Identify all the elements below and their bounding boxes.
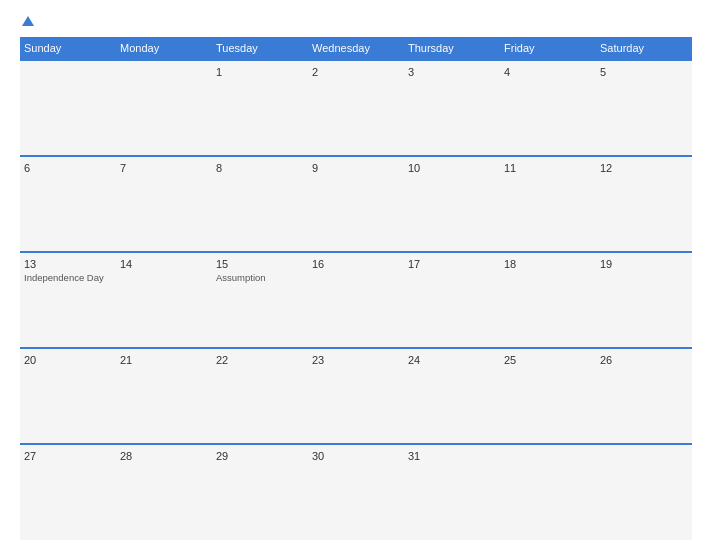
calendar-cell xyxy=(20,60,116,156)
day-number: 20 xyxy=(24,354,112,366)
weekday-header-row: SundayMondayTuesdayWednesdayThursdayFrid… xyxy=(20,37,692,60)
calendar-cell: 16 xyxy=(308,252,404,348)
calendar-cell: 20 xyxy=(20,348,116,444)
calendar-cell xyxy=(116,60,212,156)
day-number: 11 xyxy=(504,162,592,174)
calendar-cell: 5 xyxy=(596,60,692,156)
day-number: 4 xyxy=(504,66,592,78)
weekday-header-sunday: Sunday xyxy=(20,37,116,60)
weekday-header-thursday: Thursday xyxy=(404,37,500,60)
calendar-cell: 24 xyxy=(404,348,500,444)
calendar-cell: 3 xyxy=(404,60,500,156)
calendar-cell: 6 xyxy=(20,156,116,252)
day-number: 30 xyxy=(312,450,400,462)
day-number: 16 xyxy=(312,258,400,270)
calendar-cell: 27 xyxy=(20,444,116,540)
weekday-header-wednesday: Wednesday xyxy=(308,37,404,60)
calendar-cell: 21 xyxy=(116,348,212,444)
calendar-cell: 22 xyxy=(212,348,308,444)
calendar-cell: 28 xyxy=(116,444,212,540)
day-number: 27 xyxy=(24,450,112,462)
logo xyxy=(20,16,34,27)
day-number: 18 xyxy=(504,258,592,270)
calendar-cell: 7 xyxy=(116,156,212,252)
day-number: 21 xyxy=(120,354,208,366)
weekday-header-monday: Monday xyxy=(116,37,212,60)
day-number: 1 xyxy=(216,66,304,78)
day-number: 23 xyxy=(312,354,400,366)
calendar-cell: 29 xyxy=(212,444,308,540)
day-number: 12 xyxy=(600,162,688,174)
calendar-cell: 9 xyxy=(308,156,404,252)
holiday-label: Independence Day xyxy=(24,272,112,283)
weekday-header-tuesday: Tuesday xyxy=(212,37,308,60)
calendar-cell: 18 xyxy=(500,252,596,348)
weekday-header-saturday: Saturday xyxy=(596,37,692,60)
calendar-page: SundayMondayTuesdayWednesdayThursdayFrid… xyxy=(0,0,712,550)
day-number: 5 xyxy=(600,66,688,78)
weekday-header-friday: Friday xyxy=(500,37,596,60)
day-number: 15 xyxy=(216,258,304,270)
calendar-cell: 12 xyxy=(596,156,692,252)
day-number: 8 xyxy=(216,162,304,174)
calendar-cell: 30 xyxy=(308,444,404,540)
calendar-cell: 13Independence Day xyxy=(20,252,116,348)
calendar-cell: 10 xyxy=(404,156,500,252)
calendar-week-row: 6789101112 xyxy=(20,156,692,252)
day-number: 25 xyxy=(504,354,592,366)
day-number: 29 xyxy=(216,450,304,462)
day-number: 2 xyxy=(312,66,400,78)
calendar-week-row: 20212223242526 xyxy=(20,348,692,444)
day-number: 19 xyxy=(600,258,688,270)
calendar-cell xyxy=(596,444,692,540)
day-number: 13 xyxy=(24,258,112,270)
day-number: 6 xyxy=(24,162,112,174)
day-number: 10 xyxy=(408,162,496,174)
calendar-cell: 26 xyxy=(596,348,692,444)
day-number: 31 xyxy=(408,450,496,462)
day-number: 28 xyxy=(120,450,208,462)
logo-blue-text xyxy=(20,16,34,27)
calendar-header xyxy=(20,16,692,27)
calendar-cell: 8 xyxy=(212,156,308,252)
calendar-cell: 4 xyxy=(500,60,596,156)
calendar-cell: 14 xyxy=(116,252,212,348)
day-number: 17 xyxy=(408,258,496,270)
calendar-week-row: 12345 xyxy=(20,60,692,156)
calendar-cell: 25 xyxy=(500,348,596,444)
calendar-week-row: 13Independence Day1415Assumption16171819 xyxy=(20,252,692,348)
calendar-cell: 11 xyxy=(500,156,596,252)
calendar-week-row: 2728293031 xyxy=(20,444,692,540)
calendar-cell: 2 xyxy=(308,60,404,156)
day-number: 7 xyxy=(120,162,208,174)
calendar-table: SundayMondayTuesdayWednesdayThursdayFrid… xyxy=(20,37,692,540)
day-number: 3 xyxy=(408,66,496,78)
calendar-cell: 31 xyxy=(404,444,500,540)
calendar-cell: 19 xyxy=(596,252,692,348)
calendar-cell: 15Assumption xyxy=(212,252,308,348)
day-number: 9 xyxy=(312,162,400,174)
day-number: 14 xyxy=(120,258,208,270)
day-number: 24 xyxy=(408,354,496,366)
holiday-label: Assumption xyxy=(216,272,304,283)
logo-triangle-icon xyxy=(22,16,34,26)
calendar-cell: 23 xyxy=(308,348,404,444)
day-number: 22 xyxy=(216,354,304,366)
calendar-cell xyxy=(500,444,596,540)
calendar-cell: 17 xyxy=(404,252,500,348)
calendar-cell: 1 xyxy=(212,60,308,156)
day-number: 26 xyxy=(600,354,688,366)
